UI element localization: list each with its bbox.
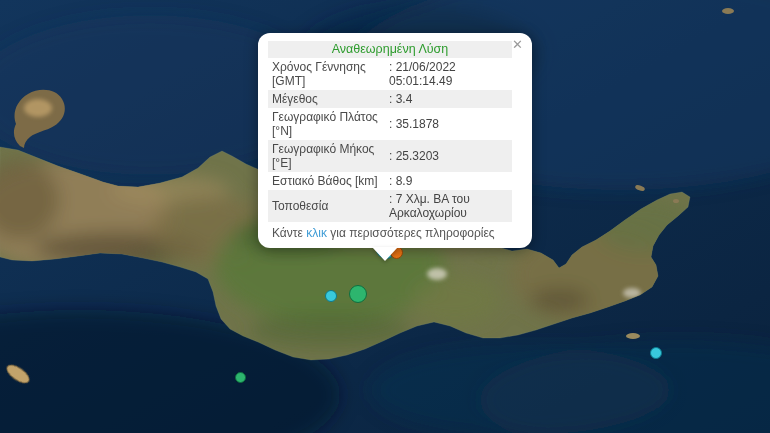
footer-text-prefix: Κάντε — [272, 226, 303, 240]
origin-time-value: : 21/06/2022 05:01:14.49 — [387, 58, 512, 90]
close-icon[interactable]: ✕ — [512, 38, 523, 51]
quake-info-popup: ✕ Αναθεωρημένη Λύση Χρόνος Γέννησης [GMT… — [258, 33, 532, 248]
location-value: : 7 Χλμ. ΒΑ του Αρκαλοχωρίου — [387, 190, 512, 222]
popup-title: Αναθεωρημένη Λύση — [268, 41, 512, 58]
row-latitude: Γεωγραφικό Πλάτος [°N] : 35.1878 — [268, 108, 512, 140]
row-depth: Εστιακό Βάθος [km] : 8.9 — [268, 172, 512, 190]
depth-label: Εστιακό Βάθος [km] — [268, 172, 387, 190]
row-longitude: Γεωγραφικό Μήκος [°E] : 25.3203 — [268, 140, 512, 172]
magnitude-label: Μέγεθος — [268, 90, 387, 108]
quake-marker-green[interactable] — [235, 372, 246, 383]
depth-value: : 8.9 — [387, 172, 512, 190]
location-label: Τοποθεσία — [268, 197, 387, 215]
popup-table: Αναθεωρημένη Λύση Χρόνος Γέννησης [GMT] … — [258, 33, 532, 222]
longitude-label: Γεωγραφικό Μήκος [°E] — [268, 140, 387, 172]
latitude-label: Γεωγραφικό Πλάτος [°N] — [268, 108, 387, 140]
latitude-value: : 35.1878 — [387, 115, 512, 133]
more-info-link[interactable]: κλικ — [306, 226, 327, 240]
footer-text-suffix: για περισσότερες πληροφορίες — [330, 226, 494, 240]
popup-footer: Κάντε κλικ για περισσότερες πληροφορίες — [258, 222, 532, 248]
row-magnitude: Μέγεθος : 3.4 — [268, 90, 512, 108]
map-screen: ✕ Αναθεωρημένη Λύση Χρόνος Γέννησης [GMT… — [0, 0, 770, 433]
quake-marker-cyan[interactable] — [650, 347, 662, 359]
magnitude-value: : 3.4 — [387, 90, 512, 108]
popup-arrow — [372, 247, 398, 261]
row-location: Τοποθεσία : 7 Χλμ. ΒΑ του Αρκαλοχωρίου — [268, 190, 512, 222]
row-origin-time: Χρόνος Γέννησης [GMT] : 21/06/2022 05:01… — [268, 58, 512, 90]
quake-marker-cyan[interactable] — [325, 290, 337, 302]
longitude-value: : 25.3203 — [387, 147, 512, 165]
origin-time-label: Χρόνος Γέννησης [GMT] — [268, 58, 387, 90]
quake-marker-green[interactable] — [349, 285, 367, 303]
